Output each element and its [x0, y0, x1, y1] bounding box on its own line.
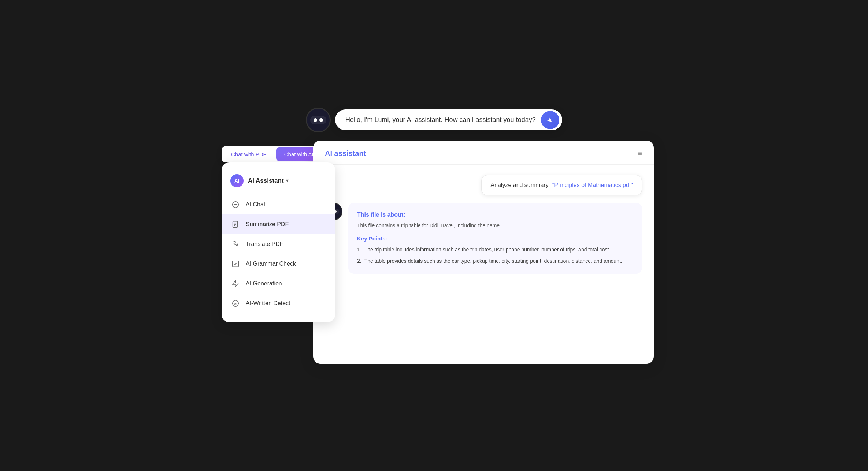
summarize-icon — [230, 219, 241, 229]
list-item-2: 2. The table provides details such as th… — [357, 257, 633, 265]
sidebar-label-ai-written: AI-Written Detect — [246, 300, 290, 307]
ai-panel-title: AI assistant — [325, 149, 366, 158]
top-chat-bar: Hello, I'm Lumi, your AI assistant. How … — [306, 108, 562, 132]
sidebar-item-translate-pdf[interactable]: Translate PDF — [222, 234, 335, 254]
menu-icon[interactable]: ≡ — [638, 149, 642, 158]
response-list: 1. The trip table includes information s… — [357, 246, 633, 265]
main-content: Chat with PDF Chat with AI AI AI Assista… — [214, 141, 654, 364]
tab-switcher: Chat with PDF Chat with AI — [222, 146, 323, 162]
sidebar-panel: AI AI Assistant ▾ AI Chat Summarize PDF — [222, 162, 335, 322]
response-key-points-title: Key Points: — [357, 235, 633, 242]
grammar-icon — [230, 259, 241, 269]
list-item-1: 1. The trip table includes information s… — [357, 246, 633, 254]
sidebar-title: AI Assistant ▾ — [248, 177, 289, 184]
chat-icon — [230, 199, 241, 210]
lumi-face-top — [310, 116, 326, 124]
svg-point-1 — [234, 204, 235, 205]
sidebar-label-ai-chat: AI Chat — [246, 201, 265, 208]
ai-panel: AI assistant ≡ Analyze and summary "Prin… — [313, 141, 654, 364]
svg-marker-9 — [233, 280, 239, 287]
tab-chat-pdf[interactable]: Chat with PDF — [223, 147, 275, 161]
lumi-eye-right — [319, 118, 323, 122]
sidebar-header[interactable]: AI AI Assistant ▾ — [222, 171, 335, 195]
svg-text:AI: AI — [234, 302, 237, 305]
translate-icon — [230, 239, 241, 249]
sidebar-label-grammar: AI Grammar Check — [246, 261, 296, 267]
ai-detect-icon: AI — [230, 298, 241, 309]
sidebar-item-ai-chat[interactable]: AI Chat — [222, 195, 335, 214]
sidebar-item-grammar-check[interactable]: AI Grammar Check — [222, 254, 335, 274]
response-card: This file is about: This file contains a… — [348, 203, 642, 274]
sidebar-item-ai-generation[interactable]: AI Generation — [222, 274, 335, 294]
ai-panel-body: Analyze and summary "Principles of Mathe… — [313, 165, 654, 364]
ai-panel-header: AI assistant ≡ — [313, 141, 654, 165]
analyze-bubble: Analyze and summary "Principles of Mathe… — [481, 175, 642, 195]
svg-point-3 — [236, 204, 237, 205]
ai-avatar: AI — [230, 174, 244, 187]
response-area: This file is about: This file contains a… — [325, 203, 642, 274]
sidebar-label-translate: Translate PDF — [246, 241, 283, 247]
sidebar-item-ai-written[interactable]: AI AI-Written Detect — [222, 294, 335, 313]
sidebar-label-generation: AI Generation — [246, 280, 282, 287]
send-icon: ➤ — [545, 115, 555, 125]
chat-input-bar[interactable]: Hello, I'm Lumi, your AI assistant. How … — [335, 109, 562, 130]
send-button[interactable]: ➤ — [541, 111, 559, 129]
chat-greeting-text: Hello, I'm Lumi, your AI assistant. How … — [345, 116, 540, 124]
file-link[interactable]: "Principles of Mathematics.pdf" — [552, 182, 633, 188]
response-title: This file is about: — [357, 212, 633, 218]
response-description: This file contains a trip table for Didi… — [357, 222, 633, 229]
svg-point-2 — [235, 204, 236, 205]
sidebar-label-summarize: Summarize PDF — [246, 221, 289, 228]
sidebar-item-summarize-pdf[interactable]: Summarize PDF — [222, 214, 335, 234]
chevron-down-icon: ▾ — [286, 178, 289, 183]
lumi-eye-left — [314, 118, 317, 122]
analyze-text: Analyze and summary — [490, 182, 548, 188]
lumi-avatar-top — [306, 108, 331, 132]
generation-icon — [230, 279, 241, 289]
